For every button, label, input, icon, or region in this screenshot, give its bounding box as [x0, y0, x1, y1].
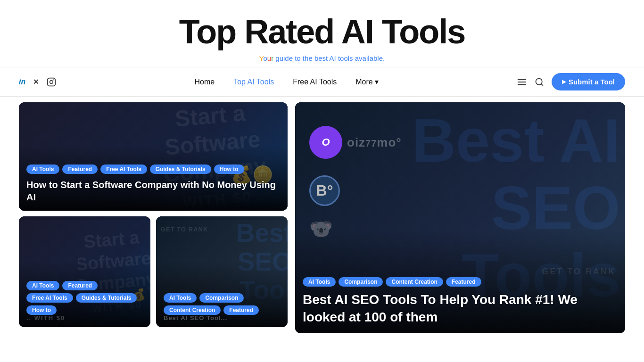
tag-featured-sr[interactable]: Featured: [223, 305, 259, 315]
tag-ai-tools-rb[interactable]: AI Tools: [303, 277, 336, 287]
tag-guides-sl[interactable]: Guides & Tutorials: [76, 293, 137, 303]
hamburger-icon[interactable]: [517, 77, 527, 87]
tag-free-sl[interactable]: Free AI Tools: [26, 293, 73, 303]
small-card-right[interactable]: BestSEOTool GET TO RANK AI Tools Compari…: [156, 216, 288, 327]
social-links: in ✕: [19, 77, 56, 87]
tag-featured[interactable]: Featured: [62, 165, 98, 174]
small-right-content: AI Tools Comparison Content Creation Fea…: [156, 286, 288, 327]
small-left-content: AI Tools Featured Free AI Tools Guides &…: [19, 273, 150, 327]
tag-ai-tools[interactable]: AI Tools: [26, 165, 59, 174]
small-left-tags: AI Tools Featured Free AI Tools Guides &…: [26, 281, 143, 315]
chevron-down-icon: ▾: [375, 77, 379, 86]
tag-featured-rb[interactable]: Featured: [446, 277, 481, 287]
large-card-title: How to Start a Software Company with No …: [26, 179, 280, 203]
right-big-card-content: AI Tools Comparison Content Creation Fea…: [295, 270, 625, 333]
featured-card-right-big[interactable]: Best AISEOTools O oiz77mo° B° 🐨: [295, 102, 625, 333]
nav-links: Home Top AI Tools Free AI Tools More ▾: [194, 77, 378, 86]
tag-featured-sl[interactable]: Featured: [62, 281, 98, 290]
right-big-card-title: Best AI SEO Tools To Help You Rank #1! W…: [303, 291, 618, 326]
small-right-tags: AI Tools Comparison Content Creation Fea…: [164, 293, 280, 315]
site-header: Top Rated AI Tools Your guide to the bes…: [0, 0, 644, 67]
nav-home[interactable]: Home: [194, 78, 215, 86]
svg-point-1: [50, 80, 53, 83]
b-logo: B°: [309, 175, 340, 206]
tag-how-to[interactable]: How to: [214, 165, 244, 174]
seo-small-title: Best AI SEO Tool...: [164, 314, 284, 321]
large-card-tags: AI Tools Featured Free AI Tools Guides &…: [26, 165, 280, 174]
site-tagline: Your guide to the best AI tools availabl…: [9, 54, 635, 62]
tag-free-ai-tools[interactable]: Free AI Tools: [100, 165, 147, 174]
main-nav: in ✕ Home Top AI Tools Free AI Tools Mor…: [0, 67, 644, 97]
tag-comparison-sr[interactable]: Comparison: [199, 293, 244, 303]
tag-guides[interactable]: Guides & Tutorials: [150, 165, 211, 174]
nav-right: Submit a Tool: [517, 73, 625, 90]
small-cards-row: Start aSoftwareCompanyWITH $0 💰 AI Tools…: [19, 216, 288, 327]
large-card-content: AI Tools Featured Free AI Tools Guides &…: [19, 157, 288, 211]
tag-howto-sl[interactable]: How to: [26, 305, 57, 315]
svg-line-7: [541, 84, 543, 86]
tag-ai-tools-sl[interactable]: AI Tools: [26, 281, 59, 290]
left-column: Start aSoftwareCompanyWITH $0 💰🪙 AI Tool…: [19, 102, 288, 333]
nav-top-ai-tools[interactable]: Top AI Tools: [233, 78, 274, 86]
right-big-tags: AI Tools Comparison Content Creation Fea…: [303, 277, 618, 287]
oizzmo-logo: O: [309, 126, 342, 159]
submit-tool-button[interactable]: Submit a Tool: [552, 73, 625, 90]
oizzmo-text: oiz77mo°: [347, 135, 402, 150]
svg-point-2: [53, 79, 54, 80]
main-content: Start aSoftwareCompanyWITH $0 💰🪙 AI Tool…: [0, 97, 644, 339]
with-zero-label: .. WITH $0: [26, 314, 65, 321]
tag-content-sr[interactable]: Content Creation: [164, 305, 221, 315]
right-column: Best AISEOTools O oiz77mo° B° 🐨: [295, 102, 625, 333]
tag-content-creation-rb[interactable]: Content Creation: [386, 277, 443, 287]
instagram-icon[interactable]: [47, 77, 56, 87]
small-card-left[interactable]: Start aSoftwareCompanyWITH $0 💰 AI Tools…: [19, 216, 150, 327]
nav-free-ai-tools[interactable]: Free AI Tools: [293, 78, 337, 86]
tag-comparison-rb[interactable]: Comparison: [339, 277, 383, 287]
search-icon[interactable]: [535, 77, 544, 87]
featured-card-large[interactable]: Start aSoftwareCompanyWITH $0 💰🪙 AI Tool…: [19, 102, 288, 211]
linkedin-icon[interactable]: in: [19, 78, 25, 86]
nav-more[interactable]: More ▾: [355, 77, 378, 86]
twitter-x-icon[interactable]: ✕: [33, 78, 39, 86]
svg-rect-0: [48, 78, 56, 86]
tag-ai-tools-sr[interactable]: AI Tools: [164, 293, 197, 303]
site-title: Top Rated AI Tools: [9, 13, 635, 50]
